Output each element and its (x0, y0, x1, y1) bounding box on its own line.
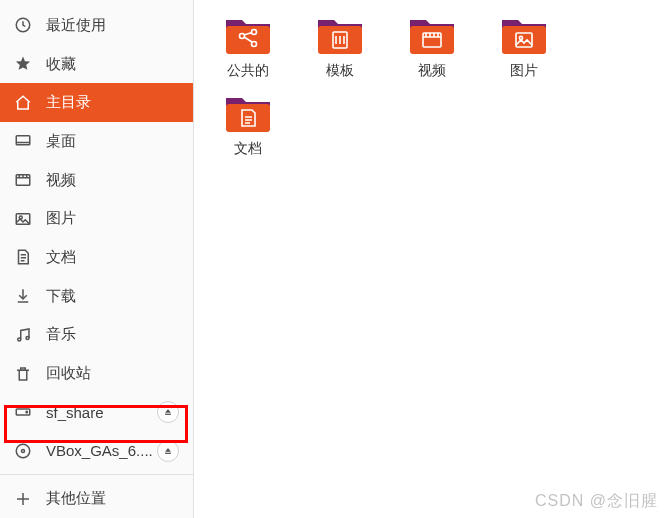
sidebar-item-vbox-gas[interactable]: VBox_GAs_6.... (0, 432, 193, 471)
sidebar-item-label: 最近使用 (46, 16, 179, 35)
svg-point-11 (22, 449, 25, 452)
sidebar-item-desktop[interactable]: 桌面 (0, 122, 193, 161)
desktop-icon (14, 132, 32, 150)
file-view[interactable]: 公共的 模板 视频 图片 文档 (194, 0, 666, 518)
svg-rect-12 (165, 453, 171, 454)
folder-label: 文档 (234, 140, 262, 158)
sidebar-item-label: 下载 (46, 287, 179, 306)
sidebar-item-pictures[interactable]: 图片 (0, 199, 193, 238)
folder-icon (500, 14, 548, 58)
folder-icon (224, 92, 272, 136)
folder-templates[interactable]: 模板 (294, 10, 386, 88)
svg-rect-19 (410, 26, 454, 54)
disc-icon (14, 442, 32, 460)
trash-icon (14, 365, 32, 383)
folder-icon (224, 14, 272, 58)
documents-icon (14, 248, 32, 266)
sidebar-item-label: 视频 (46, 171, 179, 190)
sidebar-item-home[interactable]: 主目录 (0, 83, 193, 122)
svg-point-6 (26, 336, 29, 339)
sidebar-item-starred[interactable]: 收藏 (0, 45, 193, 84)
plus-icon (14, 490, 32, 508)
sidebar-item-downloads[interactable]: 下载 (0, 277, 193, 316)
sidebar-item-sf-share[interactable]: sf_share (0, 393, 193, 432)
svg-rect-1 (16, 136, 30, 145)
sidebar-item-documents[interactable]: 文档 (0, 238, 193, 277)
sidebar-item-music[interactable]: 音乐 (0, 316, 193, 355)
sidebar-item-label: sf_share (46, 404, 157, 421)
svg-point-10 (16, 444, 30, 458)
sidebar-item-label: 收藏 (46, 55, 179, 74)
home-icon (14, 94, 32, 112)
video-icon (14, 171, 32, 189)
pictures-icon (14, 210, 32, 228)
star-icon (14, 55, 32, 73)
sidebar-item-videos[interactable]: 视频 (0, 161, 193, 200)
sidebar-item-label: 图片 (46, 209, 179, 228)
folder-documents[interactable]: 文档 (202, 88, 294, 166)
folder-label: 模板 (326, 62, 354, 80)
sidebar-divider (0, 474, 193, 475)
eject-button[interactable] (157, 401, 179, 423)
sidebar-item-label: 桌面 (46, 132, 179, 151)
sidebar: 最近使用 收藏 主目录 桌面 视频 (0, 0, 194, 518)
svg-point-8 (26, 411, 28, 413)
folder-label: 视频 (418, 62, 446, 80)
folder-label: 图片 (510, 62, 538, 80)
downloads-icon (14, 287, 32, 305)
folder-icon (408, 14, 456, 58)
music-icon (14, 326, 32, 344)
drive-icon (14, 403, 32, 421)
sidebar-item-recent[interactable]: 最近使用 (0, 6, 193, 45)
sidebar-item-label: 文档 (46, 248, 179, 267)
sidebar-item-other-locations[interactable]: 其他位置 (0, 479, 193, 518)
sidebar-item-label: 主目录 (46, 93, 179, 112)
clock-icon (14, 16, 32, 34)
folder-videos[interactable]: 视频 (386, 10, 478, 88)
sidebar-item-label: 回收站 (46, 364, 179, 383)
eject-button[interactable] (157, 440, 179, 462)
folder-label: 公共的 (227, 62, 269, 80)
svg-rect-24 (226, 104, 270, 132)
sidebar-item-label: 音乐 (46, 325, 179, 344)
folder-public[interactable]: 公共的 (202, 10, 294, 88)
folder-icon (316, 14, 364, 58)
sidebar-item-label: VBox_GAs_6.... (46, 442, 157, 459)
sidebar-item-label: 其他位置 (46, 489, 179, 508)
svg-rect-21 (502, 26, 546, 54)
svg-rect-9 (165, 414, 171, 415)
folder-pictures[interactable]: 图片 (478, 10, 570, 88)
svg-point-5 (18, 338, 21, 341)
sidebar-item-trash[interactable]: 回收站 (0, 354, 193, 393)
